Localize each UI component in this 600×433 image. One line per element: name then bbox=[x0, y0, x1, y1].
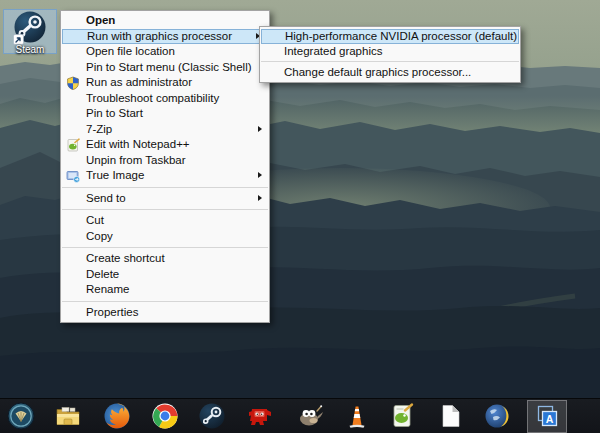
desktop-icon-label: Steam bbox=[3, 44, 57, 55]
chrome-icon[interactable] bbox=[151, 402, 179, 430]
menu-item-rename[interactable]: Rename bbox=[61, 282, 269, 298]
firefox-icon[interactable] bbox=[103, 402, 131, 430]
menu-item-run-with-graphics-processor[interactable]: Run with graphics processor bbox=[62, 29, 268, 45]
menu-item-cut[interactable]: Cut bbox=[61, 213, 269, 229]
submenu-arrow-icon bbox=[258, 172, 262, 178]
vlc-icon[interactable] bbox=[343, 402, 371, 430]
submenu-arrow-icon bbox=[258, 195, 262, 201]
submenu-item-high-performance-nvidia[interactable]: High-performance NVIDIA processor (defau… bbox=[261, 29, 519, 44]
context-menu: Open Run with graphics processor Open fi… bbox=[60, 10, 270, 323]
menu-item-create-shortcut[interactable]: Create shortcut bbox=[61, 251, 269, 267]
web-browser-globe-icon[interactable] bbox=[484, 402, 512, 430]
menu-item-unpin-from-taskbar[interactable]: Unpin from Taskbar bbox=[61, 153, 269, 169]
true-image-icon bbox=[66, 169, 80, 183]
menu-item-pin-to-start[interactable]: Pin to Start bbox=[61, 106, 269, 122]
uac-shield-icon bbox=[66, 76, 80, 90]
svg-text:A: A bbox=[546, 413, 554, 425]
classic-shell-start-button[interactable] bbox=[7, 402, 35, 430]
menu-item-run-as-administrator[interactable]: Run as administrator bbox=[61, 75, 269, 91]
libreoffice-icon[interactable] bbox=[436, 402, 464, 430]
acronis-active-highlight: A bbox=[527, 400, 567, 433]
menu-item-pin-to-start-menu-classic-shell[interactable]: Pin to Start menu (Classic Shell) bbox=[61, 60, 269, 76]
menu-item-properties[interactable]: Properties bbox=[61, 305, 269, 321]
graphics-processor-submenu: High-performance NVIDIA processor (defau… bbox=[259, 26, 521, 83]
menu-item-edit-with-notepad-plus-plus[interactable]: Edit with Notepad++ bbox=[61, 137, 269, 153]
file-explorer-icon[interactable] bbox=[54, 402, 82, 430]
notepad-plus-plus-icon bbox=[66, 138, 80, 152]
desktop-icon-steam[interactable]: Steam bbox=[3, 9, 57, 54]
gimp-icon[interactable] bbox=[296, 402, 324, 430]
super-meat-boy-icon[interactable] bbox=[246, 402, 274, 430]
menu-separator bbox=[62, 247, 268, 248]
menu-item-send-to[interactable]: Send to bbox=[61, 191, 269, 207]
menu-separator bbox=[62, 209, 268, 210]
menu-item-troubleshoot-compatibility[interactable]: Troubleshoot compatibility bbox=[61, 91, 269, 107]
menu-separator bbox=[62, 301, 268, 302]
submenu-item-integrated-graphics[interactable]: Integrated graphics bbox=[260, 44, 520, 59]
menu-separator bbox=[62, 187, 268, 188]
menu-item-7zip[interactable]: 7-Zip bbox=[61, 122, 269, 138]
menu-item-open-file-location[interactable]: Open file location bbox=[61, 44, 269, 60]
steam-taskbar-icon[interactable] bbox=[198, 402, 226, 430]
menu-item-open[interactable]: Open bbox=[61, 13, 269, 29]
submenu-item-change-default-graphics-processor[interactable]: Change default graphics processor... bbox=[260, 65, 520, 80]
notepad-plus-plus-icon[interactable] bbox=[388, 402, 416, 430]
submenu-arrow-icon bbox=[258, 126, 262, 132]
menu-item-copy[interactable]: Copy bbox=[61, 229, 269, 245]
taskbar: A bbox=[0, 398, 600, 433]
acronis-true-image-icon[interactable]: A bbox=[533, 403, 561, 431]
menu-item-true-image[interactable]: True Image bbox=[61, 168, 269, 184]
desktop-screen: Steam Open Run with graphics processor O… bbox=[0, 0, 600, 433]
menu-item-delete[interactable]: Delete bbox=[61, 267, 269, 283]
menu-separator bbox=[261, 61, 519, 62]
